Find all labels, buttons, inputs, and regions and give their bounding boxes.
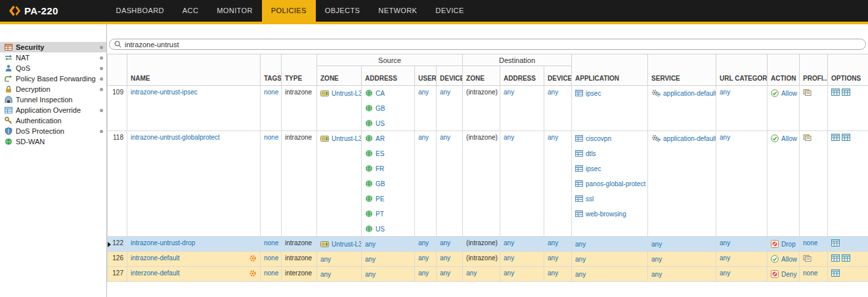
- dest-address-link[interactable]: any: [504, 134, 514, 141]
- application-link[interactable]: panos-global-protect: [586, 180, 645, 188]
- column-header-action[interactable]: ACTION: [768, 54, 800, 86]
- source-zone-link[interactable]: Untrust-L3: [332, 135, 362, 142]
- column-header-name[interactable]: NAME: [127, 54, 261, 86]
- sidebar-item-dos-protection[interactable]: DoS Protection: [0, 126, 106, 136]
- source-zone-link[interactable]: Untrust-L3: [332, 241, 362, 248]
- column-header-source-zone[interactable]: ZONE: [317, 66, 362, 86]
- source-address-link[interactable]: US: [376, 226, 385, 233]
- column-header-options[interactable]: OPTIONS: [828, 54, 868, 86]
- nav-item-objects[interactable]: OBJECTS: [316, 0, 370, 22]
- action-link[interactable]: Allow: [781, 90, 797, 97]
- nav-item-monitor[interactable]: MONITOR: [207, 0, 262, 22]
- dest-zone-link[interactable]: any: [466, 269, 477, 277]
- application-link[interactable]: any: [575, 271, 586, 278]
- source-address-link[interactable]: any: [365, 241, 376, 248]
- sidebar-item-decryption[interactable]: Decryption: [0, 84, 106, 94]
- column-header-service[interactable]: SERVICE: [648, 54, 716, 86]
- source-address-link[interactable]: any: [365, 256, 376, 263]
- column-header-source-address[interactable]: ADDRESS: [362, 66, 415, 86]
- column-header-source-device[interactable]: DEVICE: [437, 66, 463, 86]
- log-options-icon[interactable]: [831, 89, 840, 96]
- profile-none-link[interactable]: none: [803, 269, 817, 277]
- column-header-source-user[interactable]: USER: [415, 66, 437, 86]
- sidebar-item-application-override[interactable]: Application Override: [0, 105, 106, 115]
- policy-search-input[interactable]: [121, 41, 861, 49]
- service-link[interactable]: any: [651, 256, 662, 263]
- source-address-link[interactable]: GB: [376, 105, 385, 112]
- tags-link[interactable]: none: [264, 269, 278, 277]
- column-header-application[interactable]: APPLICATION: [572, 54, 648, 86]
- column-header-dest-zone[interactable]: ZONE: [463, 66, 500, 86]
- source-zone-link[interactable]: any: [320, 271, 331, 278]
- policy-name-link[interactable]: intrazone-untrust-globalprotect: [131, 134, 220, 141]
- action-link[interactable]: Allow: [781, 135, 797, 142]
- log-options-icon[interactable]: [831, 239, 840, 247]
- dest-address-link[interactable]: any: [504, 269, 514, 277]
- application-link[interactable]: dtls: [586, 150, 596, 157]
- dest-device-link[interactable]: any: [548, 239, 558, 247]
- sidebar-item-tunnel-inspection[interactable]: Tunnel Inspection: [0, 94, 106, 105]
- url-category-link[interactable]: any: [720, 134, 730, 141]
- application-link[interactable]: ssl: [586, 195, 594, 203]
- source-address-link[interactable]: CA: [376, 90, 385, 97]
- source-address-link[interactable]: FR: [376, 165, 384, 172]
- source-user-link[interactable]: any: [418, 269, 429, 277]
- sidebar-item-qos[interactable]: QoS: [0, 63, 106, 73]
- column-header-url-category[interactable]: URL CATEGORY: [716, 54, 768, 86]
- profile-group-icon[interactable]: [803, 89, 812, 96]
- source-address-link[interactable]: PT: [376, 210, 384, 218]
- source-address-link[interactable]: AR: [376, 135, 385, 142]
- source-zone-link[interactable]: any: [320, 256, 331, 263]
- action-link[interactable]: Allow: [781, 256, 797, 263]
- policy-name-link[interactable]: intrazone-default: [131, 254, 180, 262]
- source-address-link[interactable]: PE: [376, 195, 384, 203]
- tags-link[interactable]: none: [264, 134, 278, 141]
- tags-link[interactable]: none: [264, 89, 278, 96]
- action-link[interactable]: Drop: [781, 241, 796, 248]
- policy-name-link[interactable]: interzone-default: [131, 269, 180, 277]
- policy-row-127[interactable]: 127interzone-defaultnoneinterzoneanyanya…: [108, 267, 868, 282]
- dest-address-link[interactable]: any: [504, 254, 514, 262]
- source-address-link[interactable]: ES: [376, 150, 384, 157]
- service-link[interactable]: any: [651, 241, 662, 248]
- policy-row-109[interactable]: 109intrazone-untrust-ipsecnoneintrazoneU…: [108, 86, 868, 131]
- nav-item-acc[interactable]: ACC: [173, 0, 207, 22]
- nav-item-dashboard[interactable]: DASHBOARD: [107, 0, 173, 22]
- source-user-link[interactable]: any: [418, 134, 429, 141]
- source-zone-link[interactable]: Untrust-L3: [332, 90, 362, 97]
- log-options-icon[interactable]: [831, 134, 840, 141]
- action-link[interactable]: Deny: [781, 271, 796, 278]
- source-user-link[interactable]: any: [418, 254, 429, 262]
- service-link[interactable]: application-default: [663, 135, 716, 142]
- source-device-link[interactable]: any: [440, 89, 450, 96]
- nav-item-network[interactable]: NETWORK: [369, 0, 426, 22]
- service-link[interactable]: application-default: [663, 90, 716, 97]
- profile-none-link[interactable]: none: [803, 239, 817, 247]
- sidebar-item-security[interactable]: Security: [0, 42, 106, 52]
- column-header-tags[interactable]: TAGS: [261, 54, 282, 86]
- url-category-link[interactable]: any: [720, 239, 730, 247]
- nav-item-device[interactable]: DEVICE: [426, 0, 473, 22]
- policy-row-122[interactable]: 122intrazone-untrust-dropnoneintrazoneUn…: [108, 237, 868, 252]
- nav-item-policies[interactable]: POLICIES: [262, 0, 316, 22]
- source-device-link[interactable]: any: [440, 269, 450, 277]
- policy-row-118[interactable]: 118intrazone-untrust-globalprotectnonein…: [108, 131, 868, 237]
- dest-device-link[interactable]: any: [548, 269, 558, 277]
- source-device-link[interactable]: any: [440, 254, 450, 262]
- dest-address-link[interactable]: any: [504, 239, 514, 247]
- tags-link[interactable]: none: [264, 239, 278, 247]
- column-header-profile[interactable]: PROFI...: [800, 54, 828, 86]
- url-category-link[interactable]: any: [720, 269, 730, 277]
- log-options-icon[interactable]: [831, 269, 840, 277]
- service-link[interactable]: any: [651, 271, 662, 278]
- application-link[interactable]: web-browsing: [586, 210, 626, 218]
- sidebar-item-nat[interactable]: NAT: [0, 52, 106, 63]
- policy-row-126[interactable]: 126intrazone-defaultnoneintrazoneanyanya…: [108, 252, 868, 267]
- url-category-link[interactable]: any: [720, 89, 730, 96]
- dest-device-link[interactable]: any: [548, 134, 558, 141]
- source-address-link[interactable]: GB: [376, 180, 385, 188]
- source-address-link[interactable]: any: [365, 271, 376, 278]
- column-header-type[interactable]: TYPE: [282, 54, 317, 86]
- column-header-dest-device[interactable]: DEVICE: [544, 66, 572, 86]
- log-options-icon[interactable]: [842, 134, 850, 141]
